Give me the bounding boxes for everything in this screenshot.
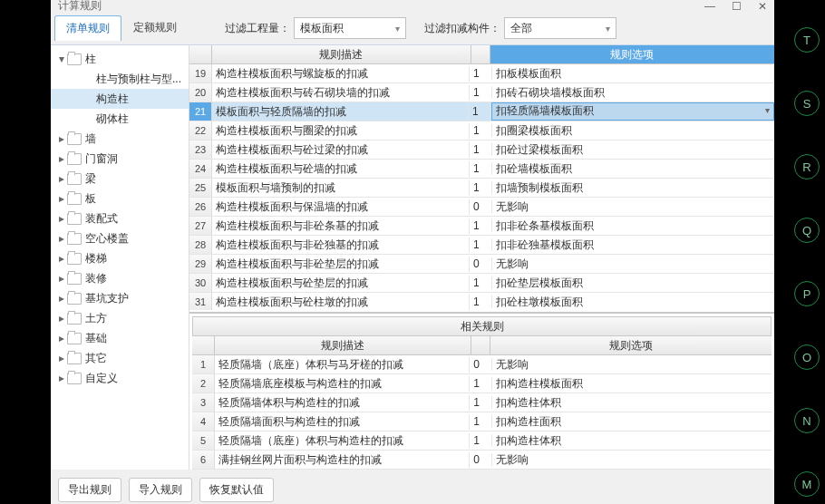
tree-item-label: 装配式 — [85, 211, 185, 227]
component-tree[interactable]: ▾柱柱与预制柱与型...构造柱砌体柱▸墙▸门窗洞▸梁▸板▸装配式▸空心楼盖▸楼梯… — [51, 45, 189, 470]
expander-icon[interactable]: ▸ — [56, 213, 67, 224]
filter-qty-combo[interactable]: 模板面积 ▾ — [294, 17, 406, 39]
tree-item-label: 墙 — [85, 131, 185, 147]
expander-icon[interactable]: ▸ — [56, 373, 67, 383]
rule-opt-num: 1 — [470, 396, 492, 409]
edge-marker[interactable]: O — [794, 344, 820, 370]
rule-row[interactable]: 22构造柱模板面积与圈梁的扣减1扣圈梁模板面积 — [189, 121, 774, 141]
close-icon[interactable]: ✕ — [758, 0, 767, 13]
rule-opt: 扣构造柱面积 — [492, 414, 772, 430]
rule-desc: 构造柱模板面积与砖石砌块墙的扣减 — [212, 85, 470, 101]
rule-row[interactable]: 25模板面积与墙预制的扣减1扣墙预制模板面积 — [189, 179, 774, 198]
tree-item[interactable]: 柱与预制柱与型... — [51, 69, 189, 89]
edge-marker[interactable]: T — [794, 27, 820, 53]
edge-marker[interactable]: Q — [794, 218, 820, 243]
row-number: 22 — [189, 121, 212, 140]
related-row[interactable]: 6满挂钢丝网片面积与构造柱的扣减0无影响 — [192, 451, 772, 470]
expander-icon[interactable]: ▸ — [56, 293, 67, 304]
export-button[interactable]: 导出规则 — [58, 478, 121, 502]
tree-item[interactable]: ▾柱 — [51, 49, 189, 69]
related-row[interactable]: 2轻质隔墙底座模板与构造柱的扣减1扣构造柱模板面积 — [192, 374, 772, 393]
tree-item[interactable]: ▸板 — [51, 189, 189, 208]
tree-item[interactable]: ▸装修 — [51, 268, 189, 288]
related-grid[interactable]: 1轻质隔墙（底座）体积与马牙槎的扣减0无影响2轻质隔墙底座模板与构造柱的扣减1扣… — [192, 355, 772, 470]
expander-icon[interactable]: ▸ — [56, 353, 67, 363]
col-desc: 规则描述 — [212, 45, 471, 63]
col-opt: 规则选项 — [490, 45, 774, 63]
expander-icon[interactable]: ▾ — [56, 53, 67, 64]
restore-button[interactable]: 恢复默认值 — [199, 478, 274, 502]
related-row[interactable]: 5轻质隔墙（底座）体积与构造柱的扣减1扣构造柱体积 — [192, 431, 772, 451]
tree-item[interactable]: ▸自定义 — [51, 368, 189, 388]
filter-qty-label: 过滤工程量： — [225, 21, 290, 36]
rule-row[interactable]: 20构造柱模板面积与砖石砌块墙的扣减1扣砖石砌块墙模板面积 — [189, 83, 774, 102]
row-number: 6 — [192, 451, 215, 469]
related-row[interactable]: 3轻质隔墙体积与构造柱的扣减1扣构造柱体积 — [192, 393, 772, 412]
main-grid[interactable]: 19构造柱模板面积与螺旋板的扣减1扣板模板面积20构造柱模板面积与砖石砌块墙的扣… — [189, 64, 774, 310]
tree-item-label: 装修 — [85, 271, 185, 286]
expander-icon[interactable]: ▸ — [56, 193, 67, 204]
tree-item[interactable]: 构造柱 — [51, 89, 189, 109]
edge-marker[interactable]: N — [794, 408, 820, 433]
tree-item[interactable]: 砌体柱 — [51, 109, 189, 129]
row-number: 21 — [189, 102, 212, 121]
rule-desc: 轻质隔墙底座模板与构造柱的扣减 — [215, 376, 470, 392]
folder-icon — [67, 53, 82, 65]
tree-item[interactable]: ▸基础 — [51, 328, 189, 348]
rule-row[interactable]: 21模板面积与轻质隔墙的扣减1扣轻质隔墙模板面积▾ — [189, 102, 774, 121]
rule-row[interactable]: 26构造柱模板面积与保温墙的扣减0无影响 — [189, 198, 774, 217]
expander-icon[interactable]: ▸ — [56, 273, 67, 284]
col-desc: 规则描述 — [215, 336, 471, 354]
rule-row[interactable]: 29构造柱模板面积与非砼垫层的扣减0无影响 — [189, 255, 774, 274]
window-title: 计算规则 — [58, 0, 102, 14]
folder-icon — [67, 353, 82, 364]
expander-icon[interactable]: ▸ — [56, 173, 67, 184]
minimize-icon[interactable]: — — [704, 0, 715, 13]
col-opt: 规则选项 — [490, 336, 772, 354]
row-number: 5 — [192, 431, 215, 450]
rule-row[interactable]: 31构造柱模板面积与砼柱墩的扣减1扣砼柱墩模板面积 — [189, 293, 774, 310]
maximize-icon[interactable]: ☐ — [732, 0, 742, 13]
import-button[interactable]: 导入规则 — [129, 478, 192, 502]
rule-opt-num: 1 — [470, 67, 492, 80]
rule-row[interactable]: 24构造柱模板面积与砼墙的扣减1扣砼墙模板面积 — [189, 160, 774, 179]
rule-row[interactable]: 19构造柱模板面积与螺旋板的扣减1扣板模板面积 — [189, 64, 774, 83]
tree-item[interactable]: ▸梁 — [51, 169, 189, 189]
tree-item[interactable]: ▸墙 — [51, 129, 189, 149]
edge-marker[interactable]: S — [794, 91, 820, 116]
rules-window: 计算规则 — ☐ ✕ 清单规则 定额规则 过滤工程量： 模板面积 ▾ 过滤扣减构… — [51, 0, 774, 504]
tree-item[interactable]: ▸楼梯 — [51, 248, 189, 268]
related-row[interactable]: 4轻质隔墙面积与构造柱的扣减1扣构造柱面积 — [192, 412, 772, 431]
expander-icon[interactable]: ▸ — [56, 333, 67, 344]
rule-row[interactable]: 27构造柱模板面积与非砼条基的扣减1扣非砼条基模板面积 — [189, 217, 774, 236]
rule-row[interactable]: 28构造柱模板面积与非砼独基的扣减1扣非砼独基模板面积 — [189, 236, 774, 255]
expander-icon[interactable]: ▸ — [56, 313, 67, 324]
tree-item[interactable]: ▸空心楼盖 — [51, 228, 189, 248]
expander-icon[interactable]: ▸ — [56, 253, 67, 264]
expander-icon[interactable]: ▸ — [56, 153, 67, 164]
rule-opt: 无影响 — [492, 357, 772, 373]
tree-item[interactable]: ▸装配式 — [51, 208, 189, 228]
rule-opt: 扣砼墙模板面积 — [492, 161, 774, 177]
rule-opt: 扣砼过梁模板面积 — [492, 142, 774, 158]
rule-opt: 无影响 — [492, 199, 774, 215]
expander-icon[interactable]: ▸ — [56, 133, 67, 144]
related-row[interactable]: 1轻质隔墙（底座）体积与马牙槎的扣减0无影响 — [192, 355, 772, 374]
edge-marker[interactable]: R — [794, 154, 820, 179]
rule-row[interactable]: 23构造柱模板面积与砼过梁的扣减1扣砼过梁模板面积 — [189, 141, 774, 160]
tree-item-label: 基坑支护 — [85, 291, 185, 306]
rule-opt: 扣板模板面积 — [492, 66, 774, 82]
tree-item[interactable]: ▸其它 — [51, 348, 189, 368]
tab-quota-rules[interactable]: 定额规则 — [121, 15, 189, 40]
tree-item[interactable]: ▸门窗洞 — [51, 149, 189, 169]
edge-marker[interactable]: M — [794, 471, 820, 497]
edge-marker[interactable]: P — [794, 281, 820, 306]
rule-opt[interactable]: 扣轻质隔墙模板面积▾ — [491, 102, 774, 121]
filter-deduct-combo[interactable]: 全部 ▾ — [504, 17, 616, 39]
tab-list-rules[interactable]: 清单规则 — [54, 15, 121, 41]
tree-item[interactable]: ▸土方 — [51, 308, 189, 328]
rule-row[interactable]: 30构造柱模板面积与砼垫层的扣减1扣砼垫层模板面积 — [189, 274, 774, 293]
row-number: 2 — [192, 374, 215, 393]
tree-item[interactable]: ▸基坑支护 — [51, 288, 189, 308]
expander-icon[interactable]: ▸ — [56, 233, 67, 244]
